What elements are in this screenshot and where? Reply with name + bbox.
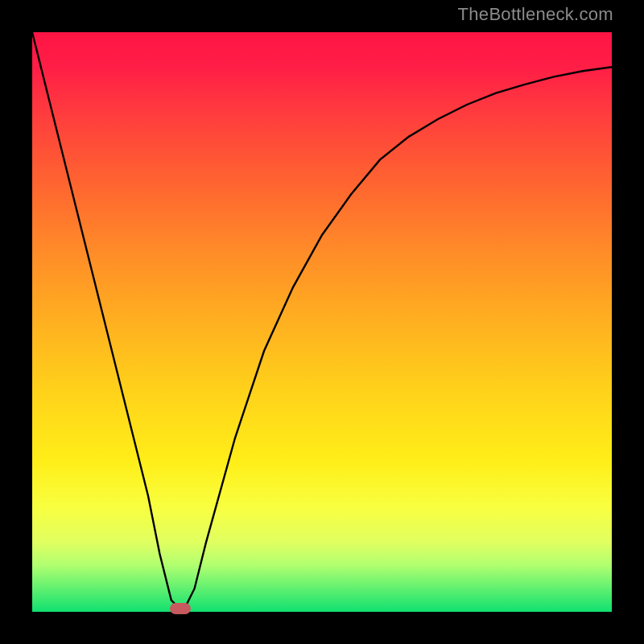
min-marker (170, 603, 191, 614)
watermark-label: TheBottleneck.com (458, 4, 613, 25)
curve-path (32, 32, 612, 612)
chart-frame: TheBottleneck.com (0, 0, 644, 644)
plot-area (32, 32, 612, 612)
curve-svg (32, 32, 612, 612)
